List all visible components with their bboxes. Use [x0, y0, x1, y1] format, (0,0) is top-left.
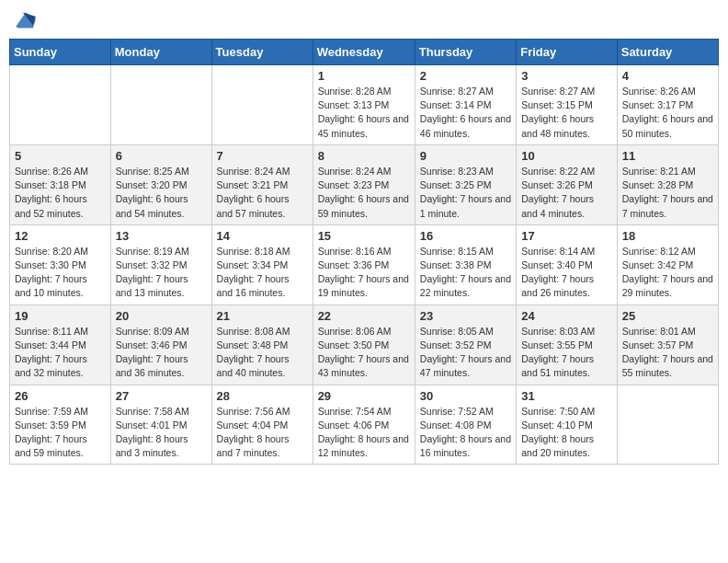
calendar-week-row: 19 Sunrise: 8:11 AMSunset: 3:44 PMDaylig…	[10, 304, 719, 385]
calendar-cell: 12 Sunrise: 8:20 AMSunset: 3:30 PMDaylig…	[10, 224, 111, 304]
weekday-header-monday: Monday	[110, 40, 211, 65]
day-info: Sunrise: 7:50 AMSunset: 4:10 PMDaylight:…	[521, 406, 595, 459]
day-info: Sunrise: 8:28 AMSunset: 3:13 PMDaylight:…	[318, 86, 409, 139]
calendar-cell	[110, 65, 211, 145]
calendar-cell: 1 Sunrise: 8:28 AMSunset: 3:13 PMDayligh…	[313, 65, 415, 145]
calendar-cell	[617, 385, 718, 465]
day-info: Sunrise: 7:59 AMSunset: 3:59 PMDaylight:…	[15, 406, 88, 459]
day-info: Sunrise: 8:09 AMSunset: 3:46 PMDaylight:…	[116, 326, 189, 379]
day-number: 13	[116, 229, 207, 243]
logo	[13, 9, 42, 31]
day-info: Sunrise: 8:06 AMSunset: 3:50 PMDaylight:…	[318, 326, 409, 379]
day-info: Sunrise: 8:14 AMSunset: 3:40 PMDaylight:…	[521, 246, 595, 299]
day-info: Sunrise: 7:56 AMSunset: 4:04 PMDaylight:…	[217, 406, 290, 459]
day-number: 15	[318, 229, 410, 243]
calendar-cell	[211, 65, 313, 145]
day-number: 12	[15, 229, 106, 243]
day-info: Sunrise: 8:20 AMSunset: 3:30 PMDaylight:…	[15, 246, 88, 299]
day-info: Sunrise: 8:15 AMSunset: 3:38 PMDaylight:…	[420, 246, 511, 299]
day-info: Sunrise: 8:26 AMSunset: 3:18 PMDaylight:…	[15, 166, 88, 219]
day-info: Sunrise: 8:27 AMSunset: 3:15 PMDaylight:…	[521, 86, 595, 139]
weekday-header-wednesday: Wednesday	[313, 40, 415, 65]
calendar-week-row: 5 Sunrise: 8:26 AMSunset: 3:18 PMDayligh…	[10, 144, 719, 224]
day-number: 11	[622, 149, 713, 163]
weekday-header-tuesday: Tuesday	[211, 40, 313, 65]
day-number: 30	[420, 389, 511, 403]
calendar-table: SundayMondayTuesdayWednesdayThursdayFrid…	[9, 39, 719, 465]
calendar-cell: 21 Sunrise: 8:08 AMSunset: 3:48 PMDaylig…	[211, 304, 313, 385]
day-number: 1	[318, 69, 410, 83]
day-info: Sunrise: 8:01 AMSunset: 3:57 PMDaylight:…	[622, 326, 713, 379]
calendar-cell: 16 Sunrise: 8:15 AMSunset: 3:38 PMDaylig…	[415, 224, 516, 304]
calendar-cell: 26 Sunrise: 7:59 AMSunset: 3:59 PMDaylig…	[10, 385, 111, 465]
day-info: Sunrise: 8:12 AMSunset: 3:42 PMDaylight:…	[622, 246, 713, 299]
day-number: 23	[420, 309, 511, 323]
day-number: 27	[116, 389, 207, 403]
day-number: 8	[318, 149, 410, 163]
day-info: Sunrise: 8:23 AMSunset: 3:25 PMDaylight:…	[420, 166, 511, 219]
calendar-cell: 20 Sunrise: 8:09 AMSunset: 3:46 PMDaylig…	[110, 304, 211, 385]
calendar-cell: 7 Sunrise: 8:24 AMSunset: 3:21 PMDayligh…	[211, 144, 313, 224]
calendar-cell: 18 Sunrise: 8:12 AMSunset: 3:42 PMDaylig…	[617, 224, 718, 304]
day-number: 20	[116, 309, 207, 323]
calendar-week-row: 12 Sunrise: 8:20 AMSunset: 3:30 PMDaylig…	[10, 224, 719, 304]
day-info: Sunrise: 8:18 AMSunset: 3:34 PMDaylight:…	[217, 246, 290, 299]
calendar-cell: 15 Sunrise: 8:16 AMSunset: 3:36 PMDaylig…	[313, 224, 415, 304]
day-info: Sunrise: 8:03 AMSunset: 3:55 PMDaylight:…	[521, 326, 595, 379]
day-number: 18	[622, 229, 713, 243]
day-number: 9	[420, 149, 511, 163]
day-number: 7	[217, 149, 308, 163]
day-number: 21	[217, 309, 308, 323]
day-number: 2	[420, 69, 511, 83]
calendar-cell: 10 Sunrise: 8:22 AMSunset: 3:26 PMDaylig…	[517, 144, 618, 224]
calendar-cell	[10, 65, 111, 145]
day-info: Sunrise: 7:54 AMSunset: 4:06 PMDaylight:…	[318, 406, 409, 459]
day-number: 3	[521, 69, 612, 83]
calendar-cell: 22 Sunrise: 8:06 AMSunset: 3:50 PMDaylig…	[313, 304, 415, 385]
calendar-cell: 25 Sunrise: 8:01 AMSunset: 3:57 PMDaylig…	[617, 304, 718, 385]
logo-icon	[13, 9, 39, 31]
calendar-cell: 13 Sunrise: 8:19 AMSunset: 3:32 PMDaylig…	[110, 224, 211, 304]
calendar-cell: 14 Sunrise: 8:18 AMSunset: 3:34 PMDaylig…	[211, 224, 313, 304]
calendar-header-row: SundayMondayTuesdayWednesdayThursdayFrid…	[10, 40, 719, 65]
calendar-cell: 31 Sunrise: 7:50 AMSunset: 4:10 PMDaylig…	[517, 385, 618, 465]
day-info: Sunrise: 8:24 AMSunset: 3:21 PMDaylight:…	[217, 166, 290, 219]
day-info: Sunrise: 8:25 AMSunset: 3:20 PMDaylight:…	[116, 166, 189, 219]
day-info: Sunrise: 8:19 AMSunset: 3:32 PMDaylight:…	[116, 246, 189, 299]
day-info: Sunrise: 7:52 AMSunset: 4:08 PMDaylight:…	[420, 406, 511, 459]
day-number: 24	[521, 309, 612, 323]
weekday-header-friday: Friday	[517, 40, 618, 65]
day-number: 6	[116, 149, 207, 163]
calendar-week-row: 26 Sunrise: 7:59 AMSunset: 3:59 PMDaylig…	[10, 385, 719, 465]
day-number: 22	[318, 309, 410, 323]
page-header	[9, 9, 719, 31]
day-info: Sunrise: 8:27 AMSunset: 3:14 PMDaylight:…	[420, 86, 511, 139]
day-number: 28	[217, 389, 308, 403]
calendar-cell: 17 Sunrise: 8:14 AMSunset: 3:40 PMDaylig…	[517, 224, 618, 304]
calendar-cell: 23 Sunrise: 8:05 AMSunset: 3:52 PMDaylig…	[415, 304, 516, 385]
day-number: 31	[521, 389, 612, 403]
calendar-cell: 24 Sunrise: 8:03 AMSunset: 3:55 PMDaylig…	[517, 304, 618, 385]
day-info: Sunrise: 8:22 AMSunset: 3:26 PMDaylight:…	[521, 166, 595, 219]
day-info: Sunrise: 7:58 AMSunset: 4:01 PMDaylight:…	[116, 406, 189, 459]
day-number: 19	[15, 309, 106, 323]
day-info: Sunrise: 8:16 AMSunset: 3:36 PMDaylight:…	[318, 246, 409, 299]
day-info: Sunrise: 8:08 AMSunset: 3:48 PMDaylight:…	[217, 326, 290, 379]
calendar-cell: 27 Sunrise: 7:58 AMSunset: 4:01 PMDaylig…	[110, 385, 211, 465]
day-info: Sunrise: 8:11 AMSunset: 3:44 PMDaylight:…	[15, 326, 88, 379]
day-info: Sunrise: 8:21 AMSunset: 3:28 PMDaylight:…	[622, 166, 713, 219]
day-number: 25	[622, 309, 713, 323]
day-number: 26	[15, 389, 106, 403]
day-number: 4	[622, 69, 713, 83]
day-number: 10	[521, 149, 612, 163]
calendar-cell: 6 Sunrise: 8:25 AMSunset: 3:20 PMDayligh…	[110, 144, 211, 224]
day-number: 29	[318, 389, 410, 403]
day-info: Sunrise: 8:26 AMSunset: 3:17 PMDaylight:…	[622, 86, 713, 139]
calendar-week-row: 1 Sunrise: 8:28 AMSunset: 3:13 PMDayligh…	[10, 65, 719, 145]
calendar-cell: 3 Sunrise: 8:27 AMSunset: 3:15 PMDayligh…	[517, 65, 618, 145]
day-number: 14	[217, 229, 308, 243]
weekday-header-saturday: Saturday	[617, 40, 718, 65]
calendar-cell: 11 Sunrise: 8:21 AMSunset: 3:28 PMDaylig…	[617, 144, 718, 224]
calendar-cell: 4 Sunrise: 8:26 AMSunset: 3:17 PMDayligh…	[617, 65, 718, 145]
day-number: 17	[521, 229, 612, 243]
